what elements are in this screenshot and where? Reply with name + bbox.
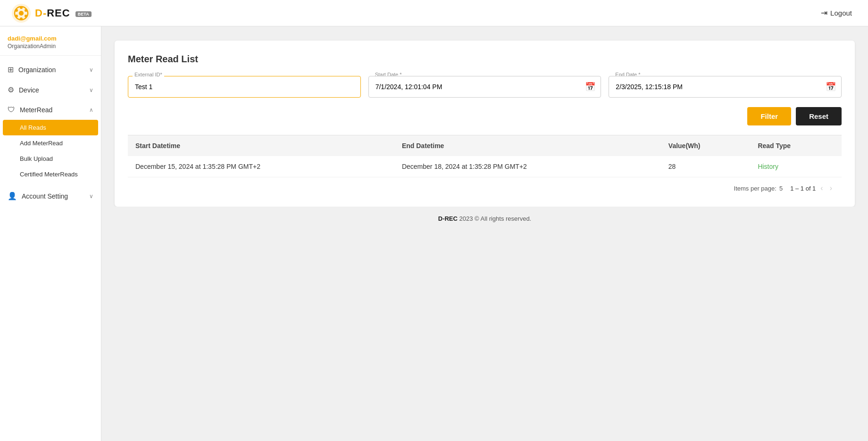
chevron-up-icon: ∧ <box>89 107 93 113</box>
start-date-wrapper: 📅 <box>368 76 601 98</box>
drec-logo-icon <box>11 3 31 23</box>
logout-icon: ⇥ <box>821 8 827 18</box>
content-card: Meter Read List External ID* Start Date … <box>115 41 855 207</box>
meter-read-table: Start Datetime End Datetime Value(Wh) Re… <box>128 135 842 177</box>
svg-point-3 <box>25 9 27 12</box>
col-start-datetime: Start Datetime <box>128 135 394 156</box>
pagination-row: Items per page: 5 1 – 1 of 1 ‹ › <box>128 177 842 195</box>
items-per-page: Items per page: 5 <box>734 185 783 192</box>
page-range: 1 – 1 of 1 <box>790 185 816 192</box>
logout-label: Logout <box>830 9 852 17</box>
sidebar-item-meterread[interactable]: 🛡 MeterRead ∧ <box>0 100 101 120</box>
sidebar-item-device-label: Device <box>19 86 39 94</box>
prev-page-button[interactable]: ‹ <box>818 183 825 193</box>
table-header: Start Datetime End Datetime Value(Wh) Re… <box>128 135 842 156</box>
start-date-calendar-icon[interactable]: 📅 <box>585 82 595 92</box>
svg-point-8 <box>19 11 24 16</box>
button-row: Filter Reset <box>128 107 842 125</box>
external-id-field: External ID* <box>128 76 361 98</box>
external-id-input[interactable] <box>128 76 361 98</box>
logout-button[interactable]: ⇥ Logout <box>816 5 857 21</box>
cell-read-type: History <box>750 156 842 177</box>
sidebar-item-account-setting-label: Account Setting <box>22 192 68 200</box>
sidebar-subitem-all-reads[interactable]: All Reads <box>3 120 98 135</box>
table-row: December 15, 2024 at 1:35:28 PM GMT+2 De… <box>128 156 842 177</box>
sidebar-item-organization[interactable]: ⊞ Organization ∨ <box>0 59 101 80</box>
svg-point-7 <box>15 9 18 12</box>
nav-section: ⊞ Organization ∨ ⚙ Device ∨ 🛡 MeterRead … <box>0 56 101 210</box>
sidebar-subitem-bulk-upload[interactable]: Bulk Upload <box>0 151 101 166</box>
reset-button[interactable]: Reset <box>796 107 842 125</box>
main-content: Meter Read List External ID* Start Date … <box>101 26 868 441</box>
sidebar-subitem-add-meterread[interactable]: Add MeterRead <box>0 135 101 151</box>
user-email: dadi@gmail.com <box>8 35 93 42</box>
start-date-input[interactable] <box>368 76 601 98</box>
sidebar: dadi@gmail.com OrganizationAdmin ⊞ Organ… <box>0 26 101 441</box>
organization-icon: ⊞ <box>8 65 14 74</box>
sidebar-item-account-setting[interactable]: 👤 Account Setting ∨ <box>0 186 101 206</box>
col-read-type: Read Type <box>750 135 842 156</box>
items-per-page-value: 5 <box>779 185 783 192</box>
cell-end-datetime: December 18, 2024 at 1:35:28 PM GMT+2 <box>394 156 661 177</box>
filter-button[interactable]: Filter <box>747 107 791 125</box>
col-value: Value(Wh) <box>661 135 751 156</box>
cell-value: 28 <box>661 156 751 177</box>
chevron-down-icon: ∨ <box>89 193 93 200</box>
sidebar-item-meterread-label: MeterRead <box>20 106 52 114</box>
items-per-page-label: Items per page: <box>734 185 776 192</box>
user-info: dadi@gmail.com OrganizationAdmin <box>0 26 101 56</box>
end-date-field: End Date * 📅 <box>609 76 842 98</box>
sidebar-item-organization-label: Organization <box>18 66 56 74</box>
device-icon: ⚙ <box>8 85 14 94</box>
footer-brand: D-REC <box>438 215 458 222</box>
user-role: OrganizationAdmin <box>8 43 93 50</box>
end-date-calendar-icon[interactable]: 📅 <box>826 82 836 92</box>
beta-badge: BETA <box>75 11 92 17</box>
logo-area: D-REC BETA <box>11 3 92 23</box>
external-id-label: External ID* <box>133 72 164 77</box>
cell-start-datetime: December 15, 2024 at 1:35:28 PM GMT+2 <box>128 156 394 177</box>
chevron-down-icon: ∨ <box>89 67 93 73</box>
logo-text: D-REC BETA <box>35 7 92 19</box>
filter-row: External ID* Start Date * 📅 End Date * 📅 <box>128 76 842 98</box>
table-wrapper: Start Datetime End Datetime Value(Wh) Re… <box>128 135 842 195</box>
end-date-input[interactable] <box>609 76 842 98</box>
sidebar-item-device[interactable]: ⚙ Device ∨ <box>0 80 101 100</box>
end-date-wrapper: 📅 <box>609 76 842 98</box>
svg-point-4 <box>25 15 27 17</box>
col-end-datetime: End Datetime <box>394 135 661 156</box>
svg-point-6 <box>15 15 18 17</box>
svg-point-5 <box>20 17 23 20</box>
meterread-icon: 🛡 <box>8 106 15 114</box>
page-title: Meter Read List <box>128 54 842 65</box>
footer-text: 2023 © All rights reserved. <box>459 215 532 222</box>
table-body: December 15, 2024 at 1:35:28 PM GMT+2 De… <box>128 156 842 177</box>
pagination-nav: 1 – 1 of 1 ‹ › <box>790 183 834 193</box>
account-icon: 👤 <box>8 191 17 200</box>
footer: D-REC 2023 © All rights reserved. <box>115 207 855 231</box>
top-header: D-REC BETA ⇥ Logout <box>0 0 868 26</box>
next-page-button[interactable]: › <box>828 183 834 193</box>
chevron-down-icon: ∨ <box>89 87 93 93</box>
svg-point-2 <box>20 6 23 9</box>
sidebar-subitem-certified-meterreads[interactable]: Certified MeterReads <box>0 166 101 182</box>
start-date-field: Start Date * 📅 <box>368 76 601 98</box>
